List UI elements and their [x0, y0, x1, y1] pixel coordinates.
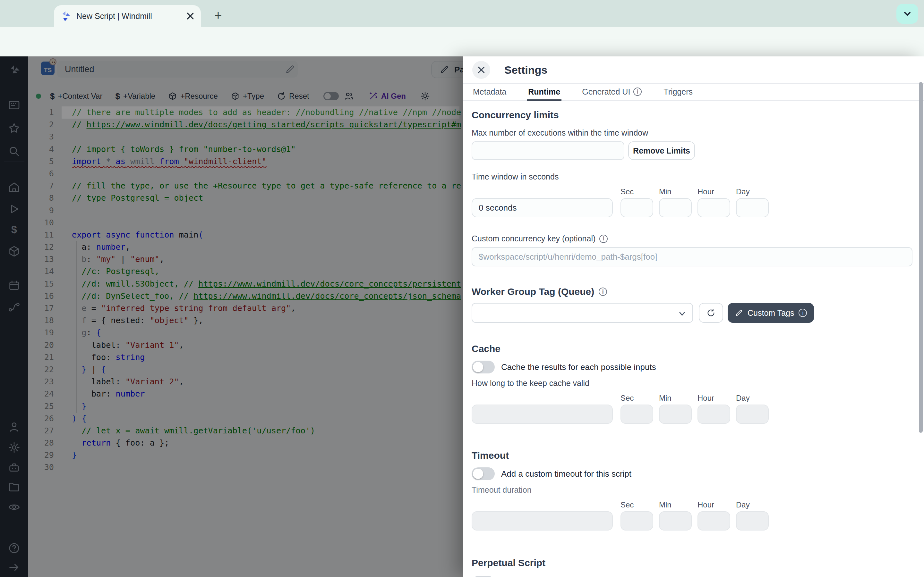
duration-unit-label: Min [659, 500, 692, 509]
duration-unit-label: Sec [620, 500, 653, 509]
custom-key-label: Custom concurrency key (optional) [472, 234, 596, 243]
duration-unit-label: Min [659, 394, 692, 403]
cache-duration-label: How long to the keep cache valid [472, 379, 912, 388]
tab-generated-ui[interactable]: Generated UIi [581, 84, 643, 101]
info-icon[interactable]: i [599, 235, 607, 243]
duration-min-input[interactable] [659, 198, 692, 218]
tab-triggers[interactable]: Triggers [662, 84, 694, 101]
duration-unit-label: Sec [620, 394, 653, 403]
timeout-duration-units: SecMinHourDay [620, 500, 769, 530]
worker-group-select[interactable] [472, 303, 693, 323]
window-chevron-button[interactable] [897, 4, 918, 24]
duration-unit-label: Min [659, 187, 692, 196]
tab-metadata[interactable]: Metadata [472, 84, 507, 101]
duration-unit-label: Hour [698, 187, 730, 196]
active-line-highlight [61, 106, 459, 119]
duration-sec-input [620, 405, 653, 424]
duration-day-input [736, 405, 769, 424]
windmill-favicon-icon [60, 11, 71, 21]
duration-sec-input [620, 511, 653, 530]
timeout-duration-input[interactable] [472, 511, 613, 530]
max-executions-label: Max number of executions within the time… [472, 128, 912, 137]
info-icon: i [633, 87, 642, 96]
duration-unit-label: Day [736, 187, 769, 196]
remove-limits-button[interactable]: Remove Limits [628, 141, 695, 160]
duration-sec-input[interactable] [620, 198, 653, 218]
duration-hour-input [698, 405, 730, 424]
time-window-input[interactable]: 0 seconds [472, 198, 613, 218]
drawer-title: Settings [504, 64, 548, 76]
info-icon[interactable]: i [599, 287, 607, 296]
duration-hour-input[interactable] [698, 198, 730, 218]
time-window-units: SecMinHourDay [620, 187, 769, 218]
chevron-down-icon [678, 310, 686, 318]
duration-day-input[interactable] [736, 198, 769, 218]
duration-unit-label: Sec [620, 187, 653, 196]
perpetual-heading: Perpetual Script [472, 558, 912, 568]
duration-day-input [736, 511, 769, 530]
tab-runtime[interactable]: Runtime [527, 84, 561, 101]
pencil-icon [735, 309, 743, 317]
timeout-toggle-label: Add a custom timeout for this script [501, 469, 632, 479]
duration-unit-label: Day [736, 500, 769, 509]
duration-hour-input [698, 511, 730, 530]
browser-window: New Script | Windmill + [0, 0, 924, 577]
tab-strip: New Script | Windmill + [0, 0, 924, 27]
tab-close-icon[interactable] [186, 12, 194, 20]
time-window-label: Time window in seconds [472, 172, 912, 181]
cache-duration-input[interactable] [472, 405, 613, 424]
cache-heading: Cache [472, 343, 912, 354]
max-executions-input[interactable] [472, 141, 624, 160]
cache-toggle[interactable] [472, 361, 495, 374]
info-icon: i [798, 309, 807, 317]
drawer-backdrop[interactable] [0, 56, 463, 577]
drawer-tabs: Metadata Runtime Generated UIi Triggers [463, 84, 924, 101]
drawer-scrollbar[interactable] [919, 82, 923, 433]
timeout-toggle[interactable] [472, 467, 495, 480]
refresh-button[interactable] [699, 303, 723, 323]
new-tab-button[interactable]: + [210, 8, 226, 24]
concurrency-heading: Concurrency limits [472, 110, 912, 121]
duration-unit-label: Hour [698, 500, 730, 509]
custom-key-input[interactable]: $workspace/script/u/henri/demo_path-$arg… [472, 247, 913, 266]
drawer-header: Settings [463, 56, 924, 84]
cache-toggle-label: Cache the results for each possible inpu… [501, 362, 656, 372]
custom-tags-button[interactable]: Custom Tags i [728, 303, 814, 323]
tab-title: New Script | Windmill [76, 11, 186, 21]
browser-toolbar: app.windmill.dev/scripts/add#JTdCJTIyaGF… [0, 27, 924, 56]
cache-duration-units: SecMinHourDay [620, 394, 769, 424]
duration-min-input [659, 405, 692, 424]
custom-tags-label: Custom Tags [748, 308, 794, 318]
duration-unit-label: Hour [698, 394, 730, 403]
worker-group-heading: Worker Group Tag (Queue) [472, 286, 594, 297]
browser-tab[interactable]: New Script | Windmill [54, 5, 201, 27]
timeout-duration-label: Timeout duration [472, 485, 912, 495]
runtime-settings-panel: Concurrency limits Max number of executi… [463, 101, 924, 577]
timeout-heading: Timeout [472, 450, 912, 461]
close-icon[interactable] [472, 61, 490, 79]
settings-drawer: Settings Metadata Runtime Generated UIi … [463, 56, 924, 577]
duration-min-input [659, 511, 692, 530]
duration-unit-label: Day [736, 394, 769, 403]
